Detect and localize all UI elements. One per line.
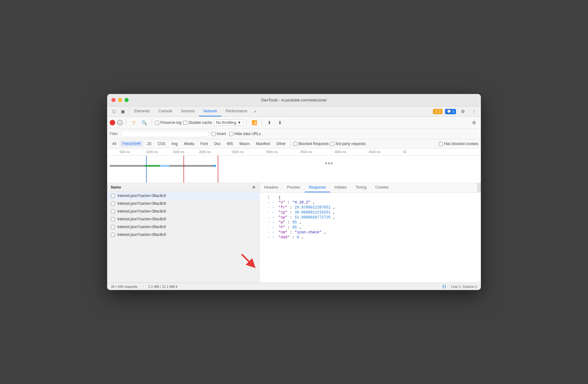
filter-input[interactable]	[121, 130, 208, 137]
line-num-dash-op: -	[263, 215, 270, 220]
close-panel-button[interactable]: ✕	[252, 185, 256, 190]
detail-tab-cookies[interactable]: Cookies	[371, 183, 393, 192]
json-key-w: "w"	[278, 220, 285, 225]
stop-button[interactable]: ⊘	[117, 120, 123, 125]
blocked-requests-label[interactable]: Blocked Requests	[293, 142, 329, 146]
tab-performance[interactable]: Performance	[221, 106, 252, 116]
type-other[interactable]: Other	[274, 141, 288, 147]
status-bar: 39 / 445 requests | 2.1 MB / 11.1 MB tr …	[107, 283, 481, 290]
scrollbar-handle[interactable]	[477, 183, 481, 192]
name-row-5[interactable]: interest.json?cache=39ac8c9	[107, 231, 259, 239]
type-img[interactable]: Img	[169, 141, 180, 147]
line-num-dash-ddd: -	[263, 235, 270, 240]
upload-icon[interactable]: ⬆	[265, 118, 274, 127]
more-options-icon[interactable]: ⋮	[470, 107, 478, 116]
hide-data-checkbox[interactable]	[229, 132, 233, 136]
line-collapse-ddd[interactable]: -	[272, 235, 276, 240]
line-collapse-fr[interactable]: -	[272, 205, 276, 210]
has-blocked-checkbox[interactable]	[439, 142, 443, 146]
pretty-print-button[interactable]: {}	[442, 284, 446, 288]
detail-tab-preview[interactable]: Preview	[282, 183, 305, 192]
search-icon[interactable]: 🔍	[140, 118, 149, 127]
action-sep-2	[152, 119, 152, 126]
has-blocked-label[interactable]: Has blocked cookies	[439, 142, 478, 146]
type-doc[interactable]: Doc	[211, 141, 223, 147]
name-row-checkbox-4[interactable]	[111, 225, 115, 229]
message-badge[interactable]: 💬 3	[445, 109, 456, 114]
line-collapse-op[interactable]: -	[272, 215, 276, 220]
network-settings-icon[interactable]: ⚙	[470, 118, 478, 127]
third-party-checkbox[interactable]	[330, 142, 334, 146]
size-status: 2.1 MB / 11.1 MB tr	[148, 285, 178, 288]
wifi-icon[interactable]: 📶	[250, 118, 258, 127]
device-icon[interactable]: ▣	[118, 107, 127, 116]
type-js[interactable]: JS	[145, 141, 154, 147]
invert-checkbox[interactable]	[211, 132, 216, 136]
inspect-icon[interactable]: ⬡	[110, 107, 118, 116]
name-row-3[interactable]: interest.json?cache=39ac8c9	[107, 215, 259, 223]
detail-tab-timing[interactable]: Timing	[351, 183, 371, 192]
detail-tab-headers[interactable]: Headers	[260, 183, 282, 192]
type-css[interactable]: CSS	[155, 141, 168, 147]
tab-elements[interactable]: Elements	[130, 106, 154, 116]
tick-1000: 1000 ms	[146, 150, 158, 154]
throttle-selector[interactable]: No throttling ▼	[214, 119, 244, 126]
invert-label[interactable]: Invert	[211, 132, 226, 136]
disable-cache-checkbox[interactable]	[183, 121, 187, 125]
name-row-checkbox-2[interactable]	[111, 209, 115, 213]
tab-network[interactable]: Network	[199, 106, 221, 116]
type-manifest[interactable]: Manifest	[254, 141, 273, 147]
tab-separator	[128, 108, 129, 115]
blocked-requests-checkbox[interactable]	[293, 142, 297, 146]
type-ws[interactable]: WS	[225, 141, 235, 147]
line-collapse-w[interactable]: -	[272, 220, 276, 225]
filter-icon[interactable]: ▽	[129, 118, 138, 127]
maximize-button[interactable]	[125, 98, 129, 102]
disable-cache-label[interactable]: Disable cache	[183, 120, 212, 125]
type-fetch-xhr[interactable]: Fetch/XHR	[120, 141, 143, 147]
settings-icon[interactable]: ⚙	[458, 107, 467, 116]
line-collapse-1[interactable]	[272, 195, 276, 200]
devtools-window: DevTools - tv.youtube.com/welcome/ ⬡ ▣ E…	[107, 94, 481, 290]
close-button[interactable]	[111, 98, 116, 102]
requests-status: 39 / 445 requests	[111, 285, 137, 288]
name-row-checkbox-5[interactable]	[111, 233, 115, 237]
vline-blue	[146, 156, 147, 183]
timeline-graph[interactable]	[107, 156, 481, 183]
type-all[interactable]: All	[110, 141, 119, 147]
name-row-2[interactable]: interest.json?cache=39ac8c9	[107, 208, 259, 215]
tab-more[interactable]: »	[252, 107, 259, 116]
action-sep-3	[246, 119, 247, 126]
name-row-0[interactable]: interest.json?cache=39ac8c9	[107, 192, 259, 200]
tab-sources[interactable]: Sources	[177, 106, 199, 116]
warning-badge[interactable]: ⚠ 2	[433, 109, 443, 114]
main-tab-bar: ⬡ ▣ Elements Console Sources Network Per…	[107, 106, 481, 117]
line-collapse-ip[interactable]: -	[272, 210, 276, 215]
preserve-log-label[interactable]: Preserve log	[155, 120, 181, 125]
hide-data-urls-label[interactable]: Hide data URLs	[229, 132, 261, 136]
timeline-ruler: 500 ms 1000 ms 1500 ms 2000 ms 2500 ms 3…	[107, 149, 481, 156]
name-row-checkbox-1[interactable]	[111, 202, 115, 206]
name-row-checkbox-3[interactable]	[111, 217, 115, 221]
json-val-v: "4.10.2"	[292, 200, 311, 205]
download-icon[interactable]: ⬇	[276, 118, 284, 127]
json-sep-w: :	[288, 220, 290, 225]
name-row-checkbox-0[interactable]	[111, 194, 115, 198]
line-collapse-h[interactable]: -	[272, 225, 276, 230]
json-val-nm: "icon-check"	[295, 230, 321, 235]
minimize-button[interactable]	[118, 98, 122, 102]
record-button[interactable]	[110, 120, 115, 125]
traffic-lights	[111, 98, 129, 102]
detail-tab-initiator[interactable]: Initiator	[330, 183, 351, 192]
line-collapse-v[interactable]: -	[272, 200, 276, 205]
type-font[interactable]: Font	[198, 141, 210, 147]
detail-tab-response[interactable]: Response	[305, 183, 330, 192]
type-media[interactable]: Media	[182, 141, 197, 147]
tab-console[interactable]: Console	[154, 106, 177, 116]
third-party-label[interactable]: 3rd-party requests	[330, 142, 366, 146]
type-wasm[interactable]: Wasm	[237, 141, 252, 147]
preserve-log-checkbox[interactable]	[155, 121, 159, 125]
name-row-1[interactable]: interest.json?cache=39ac8c9	[107, 200, 259, 208]
name-row-4[interactable]: interest.json?cache=39ac8c9	[107, 223, 259, 231]
line-collapse-nm[interactable]: -	[272, 230, 276, 235]
